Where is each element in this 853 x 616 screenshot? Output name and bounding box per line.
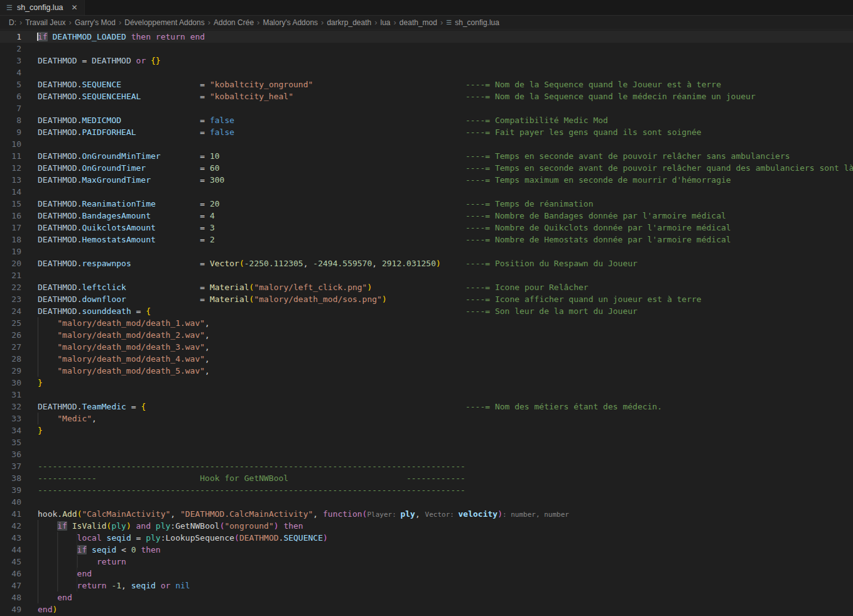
code-line[interactable]: 36: [0, 448, 853, 460]
breadcrumb-item[interactable]: D:: [9, 18, 16, 27]
code-line[interactable]: 31: [0, 389, 853, 401]
line-number[interactable]: 37: [0, 460, 21, 472]
line-number[interactable]: 12: [0, 162, 21, 174]
line-number[interactable]: 33: [0, 413, 21, 424]
code-line[interactable]: 24DEATHMOD.sounddeath = { ----= Son leur…: [0, 305, 853, 317]
code-line[interactable]: 7: [0, 102, 853, 114]
code-line[interactable]: 42if IsValid(ply) and ply:GetNWBool("ong…: [0, 520, 853, 532]
line-number[interactable]: 16: [0, 210, 21, 222]
code-line[interactable]: 37--------------------------------------…: [0, 460, 853, 472]
breadcrumb-item[interactable]: lua: [381, 18, 391, 27]
line-number[interactable]: 49: [0, 603, 21, 615]
line-number[interactable]: 28: [0, 353, 21, 365]
line-number[interactable]: 6: [0, 90, 21, 102]
line-number[interactable]: 23: [0, 293, 21, 305]
line-number[interactable]: 17: [0, 222, 21, 234]
code-line[interactable]: 33"Medic",: [0, 413, 853, 424]
code-line[interactable]: 2: [0, 43, 853, 55]
breadcrumb-item[interactable]: Développement Addons: [124, 18, 204, 27]
line-number[interactable]: 30: [0, 377, 21, 389]
breadcrumb-item[interactable]: Addon Crée: [214, 18, 254, 27]
line-number[interactable]: 3: [0, 55, 21, 67]
line-number[interactable]: 13: [0, 174, 21, 186]
code-line[interactable]: 41hook.Add("CalcMainActivity", "DEATHMOD…: [0, 508, 853, 520]
code-line[interactable]: 17DEATHMOD.QuikclotsAmount = 3 ----= Nom…: [0, 222, 853, 234]
code-line[interactable]: 40: [0, 496, 853, 508]
code-line[interactable]: 15DEATHMOD.ReanimationTime = 20 ----= Te…: [0, 198, 853, 210]
line-number[interactable]: 42: [0, 520, 21, 532]
code-line[interactable]: 22DEATHMOD.leftclick = Material("malory/…: [0, 281, 853, 293]
breadcrumb-item[interactable]: darkrp_death: [327, 18, 371, 27]
line-number[interactable]: 22: [0, 281, 21, 293]
line-number[interactable]: 8: [0, 114, 21, 126]
line-number[interactable]: 18: [0, 234, 21, 246]
code-line[interactable]: 5DEATHMOD.SEQUENCE = "kobaltcity_ongroun…: [0, 78, 853, 90]
code-line[interactable]: 49end): [0, 603, 853, 615]
breadcrumb-item[interactable]: death_mod: [399, 18, 437, 27]
code-line[interactable]: 19: [0, 246, 853, 257]
line-number[interactable]: 14: [0, 186, 21, 198]
code-line[interactable]: 38------------ Hook for GetNWBool ------…: [0, 472, 853, 484]
line-number[interactable]: 26: [0, 329, 21, 341]
breadcrumb-item[interactable]: Garry's Mod: [75, 18, 116, 27]
code-line[interactable]: 25"malory/death_mod/death_1.wav",: [0, 317, 853, 329]
code-line[interactable]: 16DEATHMOD.BandagesAmount = 4 ----= Nomb…: [0, 210, 853, 222]
line-number[interactable]: 19: [0, 246, 21, 257]
line-number[interactable]: 36: [0, 448, 21, 460]
line-number[interactable]: 21: [0, 269, 21, 281]
code-line[interactable]: 28"malory/death_mod/death_4.wav",: [0, 353, 853, 365]
line-number[interactable]: 2: [0, 43, 21, 55]
code-line[interactable]: 13DEATHMOD.MaxGroundTimer = 300 ----= Te…: [0, 174, 853, 186]
line-number[interactable]: 47: [0, 580, 21, 592]
code-line[interactable]: 20DEATHMOD.respawnpos = Vector(-2250.112…: [0, 257, 853, 269]
line-number[interactable]: 29: [0, 365, 21, 377]
code-line[interactable]: 35: [0, 436, 853, 448]
code-line[interactable]: 48end: [0, 592, 853, 603]
line-number[interactable]: 32: [0, 401, 21, 413]
code-line[interactable]: 29"malory/death_mod/death_5.wav",: [0, 365, 853, 377]
close-icon[interactable]: ✕: [72, 3, 78, 12]
code-line[interactable]: 46end: [0, 568, 853, 580]
breadcrumb-item[interactable]: Malory's Addons: [263, 18, 318, 27]
line-number[interactable]: 24: [0, 305, 21, 317]
line-number[interactable]: 5: [0, 78, 21, 90]
line-number[interactable]: 1: [0, 31, 21, 43]
line-number[interactable]: 34: [0, 424, 21, 436]
line-number[interactable]: 11: [0, 150, 21, 162]
line-number[interactable]: 4: [0, 67, 21, 78]
code-line[interactable]: 3DEATHMOD = DEATHMOD or {}: [0, 55, 853, 67]
code-line[interactable]: 8DEATHMOD.MEDICMOD = false ----= Compati…: [0, 114, 853, 126]
line-number[interactable]: 25: [0, 317, 21, 329]
code-line[interactable]: 27"malory/death_mod/death_3.wav",: [0, 341, 853, 353]
line-number[interactable]: 41: [0, 508, 21, 520]
code-line[interactable]: 21: [0, 269, 853, 281]
code-line[interactable]: 10: [0, 138, 853, 150]
code-line[interactable]: 23DEATHMOD.downfloor = Material("malory/…: [0, 293, 853, 305]
code-line[interactable]: 1if DEATHMOD_LOADED then return end: [0, 31, 853, 43]
line-number[interactable]: 43: [0, 532, 21, 544]
code-line[interactable]: 43local seqid = ply:LookupSequence(DEATH…: [0, 532, 853, 544]
code-line[interactable]: 18DEATHMOD.HemostatsAmount = 2 ----= Nom…: [0, 234, 853, 246]
line-number[interactable]: 9: [0, 126, 21, 138]
code-line[interactable]: 34}: [0, 424, 853, 436]
breadcrumb-item[interactable]: ☰sh_config.lua: [446, 18, 499, 27]
line-number[interactable]: 45: [0, 556, 21, 568]
line-number[interactable]: 46: [0, 568, 21, 580]
line-number[interactable]: 39: [0, 484, 21, 496]
line-number[interactable]: 44: [0, 544, 21, 556]
code-line[interactable]: 4: [0, 67, 853, 78]
line-number[interactable]: 7: [0, 102, 21, 114]
breadcrumb-item[interactable]: Travail Jeux: [25, 18, 65, 27]
tab-sh-config-lua[interactable]: ☰ sh_config.lua ✕: [0, 0, 85, 15]
code-line[interactable]: 30}: [0, 377, 853, 389]
code-editor[interactable]: 1if DEATHMOD_LOADED then return end23DEA…: [0, 30, 853, 615]
code-line[interactable]: 6DEATHMOD.SEQUENCEHEAL = "kobaltcity_hea…: [0, 90, 853, 102]
line-number[interactable]: 48: [0, 592, 21, 603]
code-line[interactable]: 9DEATHMOD.PAIDFORHEAL = false ----= Fait…: [0, 126, 853, 138]
line-number[interactable]: 10: [0, 138, 21, 150]
code-line[interactable]: 26"malory/death_mod/death_2.wav",: [0, 329, 853, 341]
code-line[interactable]: 44if seqid < 0 then: [0, 544, 853, 556]
code-line[interactable]: 12DEATHMOD.OnGroundTimer = 60 ----= Temp…: [0, 162, 853, 174]
line-number[interactable]: 40: [0, 496, 21, 508]
line-number[interactable]: 15: [0, 198, 21, 210]
